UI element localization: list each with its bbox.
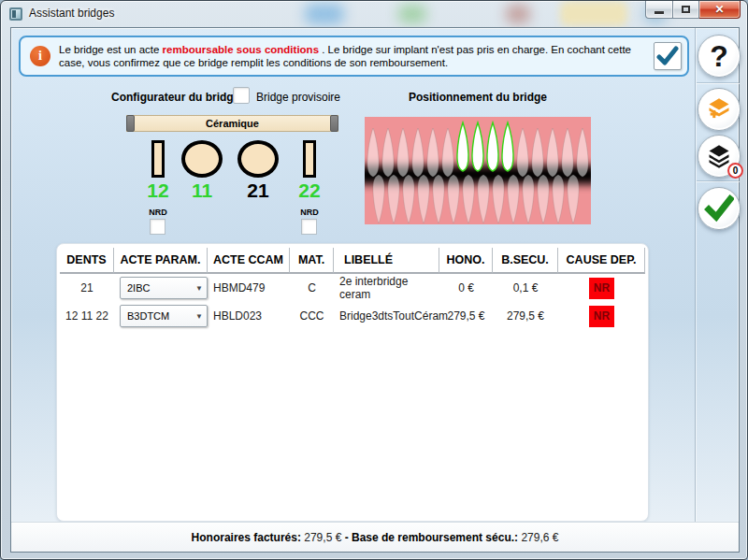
dialog-body: i Le bridge est un acte remboursable sou… [10,27,740,553]
base-secu-label: - Base de remboursement sécu.: [345,531,518,544]
header-cause-dep[interactable]: CAUSE DEP. [558,248,645,274]
maximize-icon [682,6,690,13]
cell-dents: 21 [60,274,114,302]
tooth-number-21: 21 [230,179,286,202]
tooth-21-pontic[interactable] [237,140,279,178]
acte-param-combobox[interactable]: B3DTCM ▼ [120,305,208,327]
nrd-label-12: NRD [130,208,186,217]
honoraires-label: Honoraires facturés: [192,531,301,544]
positioning-label: Positionnement du bridge [365,91,591,104]
nrd-checkbox-12[interactable] [150,219,165,235]
nrd-checkbox-22[interactable] [301,219,317,235]
tooth-number-11: 11 [174,179,230,202]
cell-hono: 0 € [439,274,493,302]
checkmark-icon [656,45,679,67]
banner-highlight: remboursable sous conditions [163,44,319,55]
tooth-22-abutment[interactable] [303,140,316,178]
sidebar-separator [697,82,740,83]
honoraires-value: 279,5 € [301,531,345,544]
app-icon [9,7,22,21]
cell-acte-ccam: HBLD023 [208,302,290,330]
glass-blur-decoration [506,5,530,23]
cell-mat: C [290,274,334,302]
validate-button[interactable] [698,187,741,230]
tooth-12-abutment[interactable] [151,140,165,178]
table-row[interactable]: 12 11 22 B3DTCM ▼ HBLD023 CCC Bridge3dts… [60,302,648,330]
help-button[interactable]: ? [698,35,741,78]
dental-arch-illustration [365,117,591,224]
bridge-provisoire-checkbox[interactable] [233,87,250,104]
nr-status-badge[interactable]: NR [589,306,614,327]
assistant-bridges-window: Assistant bridges ✕ i Le bridge est un a… [0,0,748,560]
cell-acte-param: B3DTCM ▼ [114,302,208,330]
stack-count-badge: 0 [727,163,743,179]
cell-hono: 279,5 € [439,302,493,330]
nrd-label-22: NRD [281,208,338,217]
window-title: Assistant bridges [29,7,114,20]
table-row[interactable]: 21 2IBC ▼ HBMD479 C 2e interbridge ceram… [60,274,648,302]
orange-layers-plus-icon [706,96,732,122]
material-bar-left-handle[interactable] [126,115,135,132]
header-mat[interactable]: MAT. [290,248,334,274]
question-mark-icon: ? [710,41,728,71]
info-icon: i [30,46,50,66]
sidebar-divider [695,28,696,524]
footer-bar: Honoraires facturés: 279,5 € - Base de r… [11,522,739,552]
acte-param-combobox[interactable]: 2IBC ▼ [120,277,208,299]
tooth-number-22: 22 [281,179,338,202]
chevron-down-icon: ▼ [195,284,203,293]
maximize-button[interactable] [673,1,699,19]
cell-bsecu: 279,5 € [493,302,558,330]
sidebar-separator [697,180,740,181]
titlebar[interactable]: Assistant bridges ✕ [1,1,747,27]
header-acte-param[interactable]: ACTE PARAM. [114,248,208,274]
cell-dents: 12 11 22 [60,302,114,330]
glass-blur-decoration [305,4,344,24]
header-libelle[interactable]: LIBELLÉ [334,248,439,274]
cell-cause-dep: NR [558,274,645,302]
cell-acte-param: 2IBC ▼ [114,274,208,302]
cell-libelle: 2e interbridge ceram [334,274,439,302]
chevron-down-icon: ▼ [195,312,203,321]
conditions-checkbox[interactable] [654,42,682,70]
material-bar: Céramique [126,115,338,132]
acts-table-panel: DENTS ACTE PARAM. ACTE CCAM MAT. LIBELLÉ… [56,243,649,522]
configurator-label: Configurateur du bridge: [111,91,243,104]
cell-mat: CCC [290,302,334,330]
header-dents[interactable]: DENTS [60,248,114,274]
material-bar-label: Céramique [206,118,259,129]
close-icon: ✕ [714,3,724,16]
acts-stack-button[interactable]: 0 [698,135,741,178]
tooth-11-pontic[interactable] [181,140,223,178]
minimize-button[interactable] [645,1,673,19]
window-controls: ✕ [645,1,741,19]
glass-blur-decoration [560,1,627,26]
banner-text: Le bridge est un acte remboursable sous … [59,43,650,69]
add-acts-button[interactable] [698,88,741,131]
close-button[interactable]: ✕ [699,1,741,19]
nr-status-badge[interactable]: NR [589,278,614,299]
glass-blur-decoration [398,5,426,23]
cell-acte-ccam: HBMD479 [208,274,290,302]
header-acte-ccam[interactable]: ACTE CCAM [208,248,290,274]
cell-cause-dep: NR [558,302,645,330]
bridge-provisoire-label: Bridge provisoire [256,91,340,104]
green-check-icon [704,194,734,223]
acts-table-header: DENTS ACTE PARAM. ACTE CCAM MAT. LIBELLÉ… [60,248,648,274]
material-bar-right-handle[interactable] [330,115,338,132]
cell-libelle: Bridge3dtsToutCéram [334,302,439,330]
header-hono[interactable]: HONO. [439,248,493,274]
info-banner: i Le bridge est un acte remboursable sou… [19,36,689,77]
base-secu-value: 279,6 € [518,531,558,544]
bridge-positioning-image [365,117,591,224]
cell-bsecu: 0,1 € [493,274,558,302]
minimize-icon [654,11,664,14]
header-bsecu[interactable]: B.SECU. [493,248,558,274]
